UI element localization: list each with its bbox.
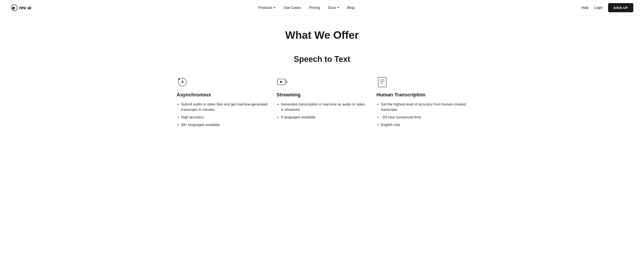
svg-text:@: @: [12, 6, 15, 9]
list-item: High accuracy: [176, 115, 268, 120]
nav-blog[interactable]: Blog: [347, 6, 354, 10]
streaming-list: Generates transcription in real-time as …: [276, 102, 368, 120]
feature-streaming: Streaming Generates transcription in rea…: [276, 76, 368, 128]
streaming-title: Streaming: [276, 92, 368, 98]
main-content: What We Offer Speech to Text Asynchronou…: [166, 15, 478, 145]
list-item: 9 languages available: [276, 115, 368, 120]
nav-use-cases[interactable]: Use Cases: [284, 6, 301, 10]
section-heading: What We Offer: [176, 29, 468, 41]
logo-text: rev ai: [19, 5, 32, 11]
nav-docs[interactable]: Docs: [328, 6, 339, 10]
rev-ai-logo-icon: @: [11, 4, 18, 11]
svg-point-6: [178, 79, 179, 80]
nav-help[interactable]: Help: [581, 6, 589, 10]
clock-icon: [176, 76, 188, 88]
site-header: @ rev ai Products Use Cases Pricing Docs…: [0, 0, 644, 15]
document-icon: [376, 76, 388, 88]
list-item: English only: [376, 122, 468, 128]
asynchronous-title: Asynchronous: [176, 92, 268, 98]
docs-chevron-icon: [338, 7, 339, 8]
list-item: ~24 hour turnaround time: [376, 115, 468, 120]
human-transcription-list: Get the highest level of accuracy from h…: [376, 102, 468, 128]
nav-pricing[interactable]: Pricing: [309, 6, 320, 10]
svg-rect-9: [378, 77, 386, 87]
svg-marker-8: [280, 81, 283, 83]
logo[interactable]: @ rev ai: [11, 4, 32, 11]
asynchronous-list: Submit audio or video files and get mach…: [176, 102, 268, 128]
signup-button[interactable]: SIGN UP: [608, 3, 633, 12]
nav-right: Help Login SIGN UP: [581, 3, 633, 12]
human-transcription-title: Human Transcription: [376, 92, 468, 98]
products-chevron-icon: [274, 7, 276, 8]
list-item: Submit audio or video files and get mach…: [176, 102, 268, 112]
feature-asynchronous: Asynchronous Submit audio or video files…: [176, 76, 268, 128]
features-grid: Asynchronous Submit audio or video files…: [176, 76, 468, 128]
main-nav: Products Use Cases Pricing Docs Blog: [258, 6, 354, 10]
subsection-heading: Speech to Text: [176, 55, 468, 64]
list-item: 58+ languages available: [176, 122, 268, 128]
list-item: Generates transcription in real-time as …: [276, 102, 368, 112]
nav-login[interactable]: Login: [594, 6, 603, 10]
streaming-icon: [276, 76, 288, 88]
nav-products[interactable]: Products: [258, 6, 276, 10]
list-item: Get the highest level of accuracy from h…: [376, 102, 468, 112]
feature-human-transcription: Human Transcription Get the highest leve…: [376, 76, 468, 128]
